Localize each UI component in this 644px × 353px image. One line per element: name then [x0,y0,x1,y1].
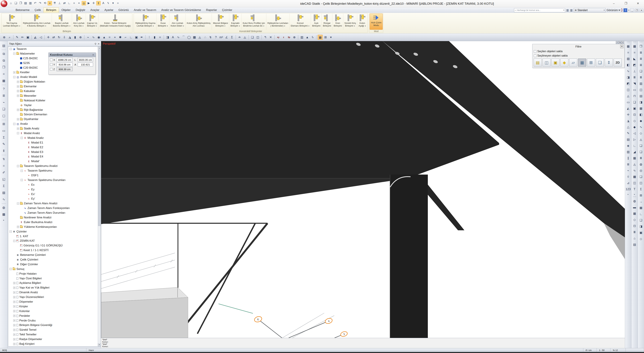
layer-style-select[interactable]: ⊠ Standart ▾ [574,8,606,12]
tool-icon[interactable]: ⁞ [147,35,152,40]
undo-icon[interactable]: ↶ [33,1,38,5]
side-tool-icon[interactable]: ◇ [638,130,644,136]
tool-icon[interactable]: ∴ [202,35,208,40]
ribbon-button-kutu-boru-profiller-için-bindirme-levhalı-ek[interactable]: Kutu/ Boru Profiller içinBindirme Levhal… [242,14,266,30]
help-dropdown-icon[interactable]: ▾ [628,9,629,11]
save-all-icon[interactable]: ▥ [28,1,32,5]
side-tool-icon[interactable]: ▤ [632,242,637,247]
ribbon-button-rüzgar-birleşimi[interactable]: RüzgarBirleşimi [322,14,332,30]
side-tool-icon[interactable]: ◧ [638,112,644,118]
side-tool-icon[interactable]: Σ [638,186,644,192]
side-tool-icon[interactable]: ◩ [626,81,631,87]
side-tool-icon[interactable]: ∿ [638,124,644,130]
tree-item[interactable]: +Rijit Bağlantılar [8,108,100,112]
side-tool-icon[interactable]: ≣ [638,50,644,55]
side-tool-icon[interactable]: ✛ [626,112,631,118]
redo-icon[interactable]: ↷ [38,1,42,5]
side-tool-icon[interactable]: ▬ [632,204,637,210]
tree-item[interactable]: +Radye Döşemeler [8,337,100,341]
tool-icon[interactable]: ⌕ [7,35,12,40]
side-tool-icon[interactable]: ≣ [638,62,644,68]
side-tool-icon[interactable]: Ⅲ [632,75,637,80]
tool-icon[interactable]: ◁ [38,35,43,40]
tree-expander-icon[interactable]: + [17,81,19,83]
side-tool-icon[interactable]: ≣ [1,93,7,99]
tree-item[interactable]: −Noktasal Kütleler [8,98,100,103]
tree-item[interactable]: −Nonlineer İtme Analizi [8,215,100,220]
side-tool-icon[interactable]: ◍ [1,204,7,211]
tree-expander-icon[interactable]: + [17,90,19,92]
tool-icon[interactable]: ✛ [46,35,51,40]
ribbon-button-rijitleştirilmiş-kayma-levhalı-birleşim[interactable]: Rijitleştirilmiş KaymaLevhalı Birleşim▼ [134,14,157,30]
side-tool-icon[interactable]: ≣ [638,56,644,62]
side-tool-icon[interactable]: ▢ [1,113,7,119]
tree-item[interactable]: −≣Betonarme Çizimleri [8,253,100,257]
side-tool-icon[interactable]: ▦ [1,78,7,84]
scroll-down-icon[interactable]: ▼ [98,343,100,346]
tool-icon[interactable]: ✒ [139,35,144,40]
side-tool-icon[interactable]: ◢ [632,149,637,155]
dropdown-icon[interactable]: ▾ [111,1,115,5]
tool-icon[interactable]: ◮ [67,35,72,40]
tree-item[interactable]: +Döşemeler [8,299,100,304]
coordinate-box-titlebar[interactable]: Koordinat Kutusu ✕ [49,53,96,57]
tool-icon[interactable]: ⌖ [112,35,118,40]
tree-item[interactable]: −1. KAT [8,234,100,239]
undo-history-icon[interactable]: ⟲ [43,1,47,5]
filter-close-icon[interactable]: ✕ [620,45,624,48]
side-tool-icon[interactable]: ▦ [626,44,631,49]
command-history[interactable]: *İptal*Komut :*İptal*Komut : [101,338,625,348]
tree-item[interactable]: −◪Tasarım [8,47,100,51]
tool-icon[interactable]: ∠ [224,35,229,40]
side-tool-icon[interactable]: Ⅲ [638,155,644,161]
z-lock-checkbox[interactable] [50,68,52,71]
grip-handle[interactable] [633,42,636,43]
tree-expander-icon[interactable]: + [13,315,16,317]
side-tool-icon[interactable]: ▭ [632,87,637,93]
text-case-icon[interactable]: A [101,1,106,5]
ribbon-button-kaynaklı-birleşim[interactable]: KaynaklıBirleşim▼ [229,14,242,30]
side-tool-icon[interactable]: ◇ [632,217,637,223]
tool-icon[interactable]: ⇩ [62,35,67,40]
side-tool-icon[interactable]: ▣ [632,106,637,111]
tree-item[interactable]: −ΣModal Analiz [8,131,100,136]
menu-item-birle-im[interactable]: Birleşim [44,8,59,13]
side-tool-icon[interactable]: ❏ [632,99,637,105]
filter-corrugated-sheet-button[interactable]: ◫ [542,59,550,67]
tool-icon[interactable]: ∟ [128,35,134,40]
tree-item[interactable]: −Proje Hataları [8,271,100,276]
ribbon-button-sürekli-kiriş-birleşimi[interactable]: Sürekli KirişBirleşimi▼ [343,14,358,30]
3d-viewport[interactable]: Perspektif E43 [101,41,625,338]
side-tool-icon[interactable]: ⌂ [632,235,637,241]
filter-2d-button[interactable]: 2D [614,59,622,67]
side-tool-icon[interactable]: ⊡ [632,112,637,118]
filter-windows-button[interactable]: ⊞ [587,59,595,67]
tree-item[interactable]: +Yapı Kat ve Yük Bilgileri [8,285,100,290]
side-tool-icon[interactable]: ∟ [638,211,644,217]
tree-item[interactable]: −≣Çizimler [8,229,100,234]
side-tool-icon[interactable]: ▦ [638,106,644,111]
filter-plates-button[interactable]: ▣ [552,59,560,67]
tree-item[interactable]: −Tasarım Spektrumu Analizi [8,164,100,168]
object-list-icon[interactable]: ≡ [48,1,52,5]
tree-item[interactable]: −◫Analiz [8,122,100,126]
tool-icon[interactable]: ⊕ [2,35,7,40]
side-tool-icon[interactable]: ◈ [626,143,631,149]
tree-item[interactable]: +Yapı Düzensizlikleri [8,295,100,299]
x-coordinate-field[interactable]: 4088.29 cm [56,58,72,62]
side-tool-icon[interactable]: ∿ [1,196,7,203]
tree-item[interactable]: −⌁Ex' [8,192,100,197]
length-field[interactable]: 3020.35 cm [78,58,93,62]
dimension-icon[interactable]: ⌗ [72,1,76,5]
side-tool-icon[interactable]: ◫ [632,180,637,186]
save-icon[interactable]: ▤ [23,1,28,5]
side-tool-icon[interactable]: ◍ [638,161,644,167]
tree-item[interactable]: +Perde Grubu [8,318,100,323]
tree-item[interactable]: −Zaman Tanım Alanı Analizi [8,201,100,206]
side-tool-icon[interactable]: ∥ [626,155,631,161]
side-tool-icon[interactable]: ◇ [632,118,637,124]
tree-item[interactable]: +Kolonlar [8,309,100,313]
tool-icon[interactable]: ⊕ [292,35,297,40]
side-tool-icon[interactable]: ❏ [638,68,644,74]
tool-icon[interactable]: ✎ [14,35,20,40]
